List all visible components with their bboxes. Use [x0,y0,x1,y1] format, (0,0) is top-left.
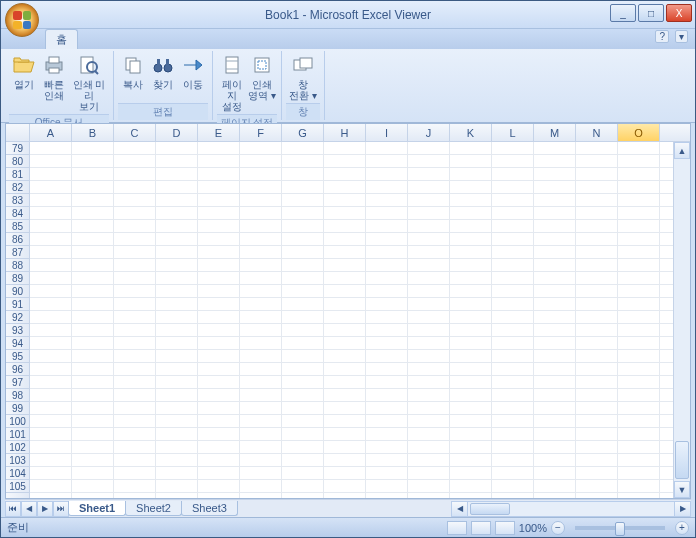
column-header-J[interactable]: J [408,124,450,141]
row-header-90[interactable]: 90 [6,285,29,298]
hscroll-thumb[interactable] [470,503,510,515]
scroll-right-button[interactable]: ▶ [674,502,690,516]
row-header-91[interactable]: 91 [6,298,29,311]
page-setup-button[interactable]: 페이지 설정 [217,51,247,114]
ribbon-group-page: 페이지 설정 인쇄 영역 ▾ 페이지 설정 [213,51,282,120]
ribbon-group-window: 창 전환 ▾ 창 [282,51,325,120]
row-header-87[interactable]: 87 [6,246,29,259]
magnifier-page-icon [77,53,101,77]
column-header-D[interactable]: D [156,124,198,141]
column-header-L[interactable]: L [492,124,534,141]
scroll-up-button[interactable]: ▲ [674,142,690,159]
row-header-96[interactable]: 96 [6,363,29,376]
print-area-icon [250,53,274,77]
row-header-93[interactable]: 93 [6,324,29,337]
help-button[interactable]: ? [655,30,669,43]
minimize-button[interactable]: _ [610,4,636,22]
row-header-86[interactable]: 86 [6,233,29,246]
vertical-scrollbar[interactable]: ▲ ▼ [673,142,690,498]
vscroll-track[interactable] [674,159,690,481]
row-header-85[interactable]: 85 [6,220,29,233]
sheet-nav-last[interactable]: ⏭ [53,501,69,517]
close-button[interactable]: X [666,4,692,22]
open-button[interactable]: 열기 [9,51,39,114]
row-header-98[interactable]: 98 [6,389,29,402]
print-area-button[interactable]: 인쇄 영역 ▾ [247,51,277,114]
arrow-right-icon [181,53,205,77]
column-header-C[interactable]: C [114,124,156,141]
column-header-M[interactable]: M [534,124,576,141]
tab-home[interactable]: 홈 [45,29,78,49]
vscroll-thumb[interactable] [675,441,689,479]
switch-windows-button[interactable]: 창 전환 ▾ [286,51,320,103]
column-header-B[interactable]: B [72,124,114,141]
ribbon-toggle-button[interactable]: ▾ [675,30,688,43]
row-header-84[interactable]: 84 [6,207,29,220]
ribbon: 열기 빠른 인쇄 인쇄 미리 보기 Office 문서 [1,49,695,123]
row-header-79[interactable]: 79 [6,142,29,155]
row-header-105[interactable]: 105 [6,480,29,493]
hscroll-track[interactable] [468,502,674,516]
column-header-E[interactable]: E [198,124,240,141]
ribbon-group-edit: 복사 찾기 이동 편집 [114,51,213,120]
view-normal-button[interactable] [447,521,467,535]
row-header-95[interactable]: 95 [6,350,29,363]
row-header-94[interactable]: 94 [6,337,29,350]
column-header-H[interactable]: H [324,124,366,141]
svg-rect-12 [226,57,238,73]
row-header-99[interactable]: 99 [6,402,29,415]
group-label-window: 창 [286,103,320,120]
column-header-K[interactable]: K [450,124,492,141]
print-preview-button[interactable]: 인쇄 미리 보기 [69,51,109,114]
window-controls: _ □ X [608,4,692,22]
row-header-97[interactable]: 97 [6,376,29,389]
scroll-left-button[interactable]: ◀ [452,502,468,516]
ribbon-tabs: 홈 [1,29,695,49]
office-button[interactable] [5,3,39,37]
row-header-92[interactable]: 92 [6,311,29,324]
row-header-88[interactable]: 88 [6,259,29,272]
row-header-81[interactable]: 81 [6,168,29,181]
row-header-102[interactable]: 102 [6,441,29,454]
row-header-101[interactable]: 101 [6,428,29,441]
row-header-103[interactable]: 103 [6,454,29,467]
column-header-I[interactable]: I [366,124,408,141]
zoom-level[interactable]: 100% [519,522,547,534]
maximize-button[interactable]: □ [638,4,664,22]
sheet-nav-next[interactable]: ▶ [37,501,53,517]
cells-grid[interactable] [30,142,673,498]
sheet-tab-2[interactable]: Sheet2 [125,501,182,516]
scroll-down-button[interactable]: ▼ [674,481,690,498]
column-header-N[interactable]: N [576,124,618,141]
row-header-82[interactable]: 82 [6,181,29,194]
view-layout-button[interactable] [471,521,491,535]
sheet-nav-prev[interactable]: ◀ [21,501,37,517]
sheet-tab-3[interactable]: Sheet3 [181,501,238,516]
zoom-in-button[interactable]: + [675,521,689,535]
quick-print-button[interactable]: 빠른 인쇄 [39,51,69,114]
copy-button[interactable]: 복사 [118,51,148,103]
page-setup-icon [220,53,244,77]
goto-button[interactable]: 이동 [178,51,208,103]
column-header-O[interactable]: O [618,124,660,141]
sheet-tab-1[interactable]: Sheet1 [68,501,126,516]
select-all-corner[interactable] [6,124,30,141]
row-header-83[interactable]: 83 [6,194,29,207]
row-header-100[interactable]: 100 [6,415,29,428]
row-header-89[interactable]: 89 [6,272,29,285]
column-header-G[interactable]: G [282,124,324,141]
row-header-104[interactable]: 104 [6,467,29,480]
column-header-A[interactable]: A [30,124,72,141]
zoom-slider[interactable] [575,526,665,530]
sheet-nav-first[interactable]: ⏮ [5,501,21,517]
zoom-out-button[interactable]: − [551,521,565,535]
horizontal-scrollbar[interactable]: ◀ ▶ [451,501,691,517]
row-header-80[interactable]: 80 [6,155,29,168]
folder-open-icon [12,53,36,77]
column-header-F[interactable]: F [240,124,282,141]
find-button[interactable]: 찾기 [148,51,178,103]
view-pagebreak-button[interactable] [495,521,515,535]
column-headers: ABCDEFGHIJKLMNO [6,124,690,142]
window-title: Book1 - Microsoft Excel Viewer [1,8,695,22]
column-headers-row: ABCDEFGHIJKLMNO [30,124,660,141]
